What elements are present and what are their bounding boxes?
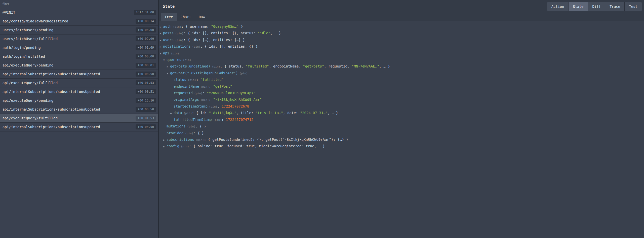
string-value: "tristis ta…" (256, 111, 283, 115)
tab-state[interactable]: State (568, 2, 588, 11)
subtab-chart[interactable]: Chart (177, 13, 195, 21)
pin-button[interactable]: (pin) (183, 58, 191, 62)
pin-button[interactable]: (pin) (185, 132, 193, 135)
pin-button[interactable]: (pin) (194, 92, 203, 95)
tree-key[interactable]: config (167, 144, 179, 148)
tree-key[interactable]: data (174, 111, 182, 115)
tree-key[interactable]: originalArgs (174, 97, 199, 101)
expand-arrow-icon[interactable]: ▶ (160, 30, 163, 37)
pin-button[interactable]: (pin) (200, 85, 209, 88)
pin-button[interactable]: (pin) (213, 118, 222, 122)
action-type-label: api/internalSubscriptions/subscriptionsU… (3, 107, 100, 111)
action-type-label: users/fetchUsers/pending (3, 28, 53, 32)
expand-arrow-icon[interactable]: ▶ (160, 44, 163, 50)
tab-diff[interactable]: Diff (588, 2, 605, 11)
action-list: @@INIT4:17:31.00api/config/middlewareReg… (0, 8, 158, 131)
action-list-item[interactable]: users/fetchUsers/pending+00:00.00 (0, 26, 158, 35)
action-time-badge: +00:00.50 (136, 124, 156, 129)
tree-key[interactable]: getPosts(undefined) (170, 64, 210, 68)
pin-button[interactable]: (pin) (175, 32, 183, 35)
expand-arrow-icon[interactable]: ▶ (160, 24, 163, 30)
collapse-arrow-icon[interactable]: ▼ (167, 70, 170, 77)
action-list-item[interactable]: auth/login/pending+00:01.69 (0, 43, 158, 52)
action-list-item[interactable]: auth/login/fulfilled+00:00.00 (0, 52, 158, 61)
value-preview: : (196, 78, 200, 82)
tree-key[interactable]: fulfilledTimeStamp (174, 118, 212, 122)
string-value: "getPosts" (303, 64, 324, 68)
pin-button[interactable]: (pin) (239, 72, 248, 75)
tab-test[interactable]: Test (624, 2, 642, 11)
pin-button[interactable]: (pin) (200, 98, 209, 101)
tree-key[interactable]: auth (163, 24, 172, 28)
filter-input[interactable] (0, 2, 158, 6)
action-list-item[interactable]: api/internalSubscriptions/subscriptionsU… (0, 105, 158, 114)
pin-button[interactable]: (pin) (192, 45, 200, 48)
value-preview: : { ids: […], entities: {…} } (183, 38, 245, 42)
tree-key[interactable]: subscriptions (167, 138, 194, 142)
subtab-raw[interactable]: Raw (195, 13, 209, 21)
action-list-item[interactable]: api/internalSubscriptions/subscriptionsU… (0, 123, 158, 131)
value-preview: : (217, 104, 222, 108)
number-value: 1722457074712 (226, 118, 254, 122)
tree-row: ▼api(pin) (160, 50, 644, 57)
action-list-item[interactable]: api/executeQuery/fulfilled+00:01.53 (0, 114, 158, 123)
tree-key[interactable]: notifications (163, 44, 191, 48)
tree-key[interactable]: status (174, 78, 186, 82)
tree-row: ▼getPost("-8xItkjkqXnRhCWd9rAar")(pin) (160, 70, 644, 77)
expand-arrow-icon[interactable]: ▶ (167, 63, 170, 70)
value-preview: : { online: true, focused: true, middlew… (189, 144, 325, 148)
action-list-panel: @@INIT4:17:31.00api/config/middlewareReg… (0, 0, 158, 238)
pin-button[interactable]: (pin) (173, 25, 181, 28)
action-time-badge: +00:02.09 (136, 36, 156, 41)
action-time-badge: +00:00.01 (136, 63, 156, 68)
action-filter-bar (0, 0, 158, 8)
value-preview: , … } (379, 64, 390, 68)
pin-button[interactable]: (pin) (196, 138, 204, 142)
expand-arrow-icon[interactable]: ▶ (163, 143, 167, 150)
pin-button[interactable]: (pin) (184, 112, 192, 115)
expand-arrow-icon[interactable]: ▶ (163, 137, 167, 143)
collapse-arrow-icon[interactable]: ▼ (163, 57, 167, 63)
pin-button[interactable]: (pin) (212, 65, 220, 68)
action-time-badge: +00:01.53 (136, 80, 156, 85)
pin-button[interactable]: (pin) (209, 105, 217, 108)
tree-key[interactable]: endpointName (174, 84, 199, 88)
tree-key[interactable]: provided (167, 131, 183, 135)
pin-button[interactable]: (pin) (171, 52, 179, 55)
action-list-item[interactable]: api/executeQuery/pending+00:15.16 (0, 96, 158, 105)
subtab-tree[interactable]: Tree (161, 13, 177, 21)
action-list-item[interactable]: api/internalSubscriptions/subscriptionsU… (0, 70, 158, 79)
panel-title: State (163, 4, 175, 9)
tree-key[interactable]: startedTimeStamp (174, 104, 208, 108)
tree-key[interactable]: requestId (174, 91, 193, 95)
tree-key[interactable]: api (163, 51, 169, 55)
tree-key[interactable]: queries (167, 58, 181, 62)
value-preview: : { } (195, 124, 206, 128)
tree-row: ▶config(pin): { online: true, focused: t… (160, 143, 644, 150)
tree-key[interactable]: posts (163, 31, 174, 35)
action-list-item[interactable]: @@INIT4:17:31.00 (0, 8, 158, 17)
action-list-item[interactable]: users/fetchUsers/fulfilled+00:02.09 (0, 35, 158, 43)
expand-arrow-icon[interactable]: ▶ (170, 110, 174, 116)
value-preview: : { ids: [], entities: {} } (200, 44, 258, 48)
action-list-item[interactable]: api/executeQuery/pending+00:00.01 (0, 61, 158, 70)
expand-arrow-icon[interactable]: ▶ (160, 37, 163, 43)
pin-button[interactable]: (pin) (181, 145, 189, 148)
string-value: "2024-07-31…" (300, 111, 328, 115)
pin-button[interactable]: (pin) (188, 78, 196, 82)
action-list-item[interactable]: api/config/middlewareRegistered+00:00.14 (0, 17, 158, 26)
value-preview: : (209, 84, 213, 88)
action-list-item[interactable]: api/internalSubscriptions/subscriptionsU… (0, 87, 158, 96)
value-preview: : { username: (181, 24, 211, 28)
action-type-label: api/internalSubscriptions/subscriptionsU… (3, 72, 100, 76)
tree-key[interactable]: users (163, 38, 174, 42)
string-value: "0oazymyUSm…" (211, 24, 239, 28)
collapse-arrow-icon[interactable]: ▼ (160, 50, 163, 57)
pin-button[interactable]: (pin) (187, 125, 195, 128)
pin-button[interactable]: (pin) (175, 39, 183, 42)
tab-action[interactable]: Action (547, 2, 569, 11)
tree-key[interactable]: mutations (167, 124, 186, 128)
action-list-item[interactable]: api/executeQuery/fulfilled+00:01.53 (0, 79, 158, 87)
tree-key[interactable]: getPost("-8xItkjkqXnRhCWd9rAar") (170, 71, 238, 75)
tab-trace[interactable]: Trace (605, 2, 624, 11)
